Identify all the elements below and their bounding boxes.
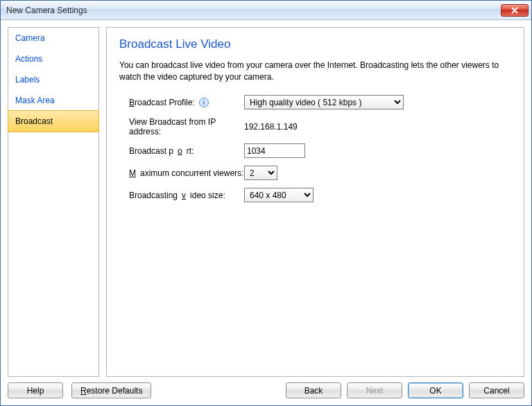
- titlebar: New Camera Settings: [1, 1, 531, 20]
- label-ip-address: View Broadcast from IP address:: [119, 117, 244, 136]
- label-broadcast-profile: Broadcast Profile: i: [119, 98, 244, 107]
- label-max-viewers: Maximum concurrent viewers:: [119, 168, 244, 178]
- sidebar-item-labels[interactable]: Labels: [8, 69, 98, 90]
- row-ip-address: View Broadcast from IP address: 192.168.…: [119, 117, 511, 136]
- help-button[interactable]: Help: [8, 382, 63, 398]
- dialog-window: New Camera Settings Camera Actions Label…: [0, 0, 532, 406]
- sidebar-item-actions[interactable]: Actions: [8, 48, 98, 69]
- sidebar-item-camera[interactable]: Camera: [8, 28, 98, 48]
- row-video-size: Broadcasting video size: 640 x 480: [119, 188, 511, 203]
- label-broadcast-port: Broadcast port:: [119, 146, 244, 156]
- sidebar: Camera Actions Labels Mask Area Broadcas…: [8, 27, 99, 377]
- restore-defaults-button[interactable]: Restore Defaults: [71, 382, 151, 398]
- back-button[interactable]: Back: [286, 382, 341, 398]
- row-max-viewers: Maximum concurrent viewers: 2: [119, 166, 511, 181]
- info-icon[interactable]: i: [199, 98, 209, 107]
- page-title: Broadcast Live Video: [119, 37, 511, 51]
- label-video-size: Broadcasting video size:: [119, 191, 244, 200]
- button-row: Help Restore Defaults Back Next OK Cance…: [8, 377, 524, 401]
- cancel-button[interactable]: Cancel: [469, 382, 524, 398]
- sidebar-item-broadcast[interactable]: Broadcast: [8, 110, 99, 132]
- video-size-select[interactable]: 640 x 480: [244, 188, 314, 202]
- sidebar-item-mask-area[interactable]: Mask Area: [8, 90, 98, 111]
- page-description: You can broadcast live video from your c…: [119, 60, 511, 84]
- window-title: New Camera Settings: [6, 6, 87, 15]
- dialog-body: Camera Actions Labels Mask Area Broadcas…: [1, 20, 531, 405]
- broadcast-port-input[interactable]: [244, 143, 305, 158]
- ip-address-value: 192.168.1.149: [244, 122, 298, 132]
- next-button: Next: [347, 382, 402, 398]
- ok-button[interactable]: OK: [408, 382, 463, 398]
- close-icon: [511, 7, 518, 14]
- broadcast-profile-select[interactable]: High quality video ( 512 kbps ): [244, 95, 404, 109]
- close-button[interactable]: [501, 4, 529, 17]
- row-broadcast-port: Broadcast port:: [119, 143, 511, 159]
- max-viewers-select[interactable]: 2: [244, 166, 277, 180]
- row-broadcast-profile: Broadcast Profile: i High quality video …: [119, 95, 511, 110]
- panels: Camera Actions Labels Mask Area Broadcas…: [8, 27, 524, 377]
- content-panel: Broadcast Live Video You can broadcast l…: [106, 27, 524, 377]
